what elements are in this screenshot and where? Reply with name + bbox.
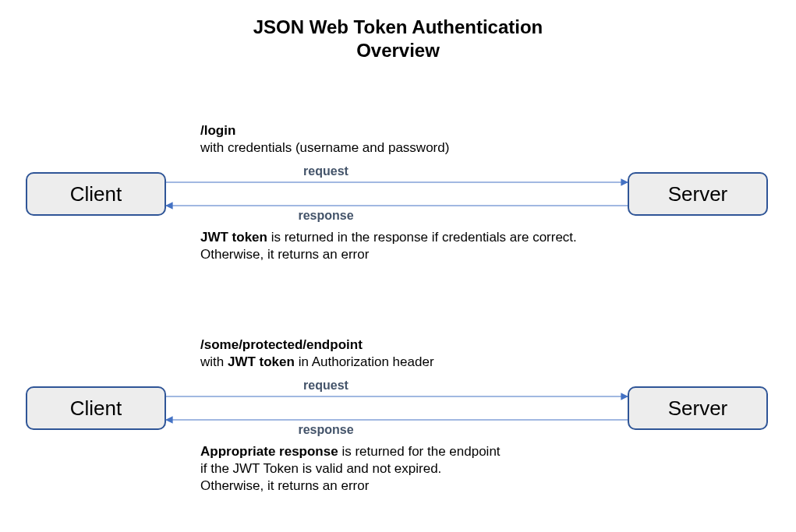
step2-bottom-line3: Otherwise, it returns an error — [200, 478, 369, 493]
title-line-1: JSON Web Token Authentication — [253, 16, 543, 37]
step1-top-caption: /login with credentials (username and pa… — [200, 122, 449, 157]
server-node-2: Server — [628, 386, 768, 430]
title-line-2: Overview — [356, 40, 440, 61]
server-node-1-label: Server — [668, 182, 728, 206]
arrows-step-2 — [166, 393, 628, 424]
step1-bottom-line2: Otherwise, it returns an error — [200, 247, 369, 262]
step2-bottom-line2: if the JWT Token is valid and not expire… — [200, 461, 441, 476]
step2-bottom-caption: Appropriate response is returned for the… — [200, 443, 501, 495]
response-label-1: response — [298, 209, 353, 223]
server-node-1: Server — [628, 172, 768, 216]
step1-bottom-rest1: is returned in the response if credentia… — [267, 230, 577, 245]
step2-endpoint: /some/protected/endpoint — [200, 337, 363, 352]
step2-bottom-rest1: is returned for the endpoint — [338, 444, 501, 459]
client-node-2: Client — [26, 386, 166, 430]
step2-top-caption: /some/protected/endpoint with JWT token … — [200, 336, 434, 371]
request-label-1: request — [303, 164, 348, 178]
server-node-2-label: Server — [668, 396, 728, 421]
step1-bottom-caption: JWT token is returned in the response if… — [200, 229, 577, 263]
client-node-1-label: Client — [70, 182, 122, 206]
step1-endpoint: /login — [200, 123, 235, 138]
request-label-2: request — [303, 379, 348, 393]
diagram-title: JSON Web Token Authentication Overview — [0, 16, 796, 62]
step2-bottom-bold: Appropriate response — [200, 444, 338, 459]
step2-top-desc-bold: JWT token — [228, 354, 295, 369]
step2-top-desc-post: in Authorization header — [295, 354, 434, 369]
client-node-2-label: Client — [70, 396, 122, 421]
step2-top-desc-pre: with — [200, 354, 228, 369]
response-label-2: response — [298, 423, 353, 437]
step1-bottom-bold: JWT token — [200, 230, 267, 245]
client-node-1: Client — [26, 172, 166, 216]
arrows-step-1 — [166, 178, 628, 210]
step1-top-desc: with credentials (username and password) — [200, 140, 449, 155]
